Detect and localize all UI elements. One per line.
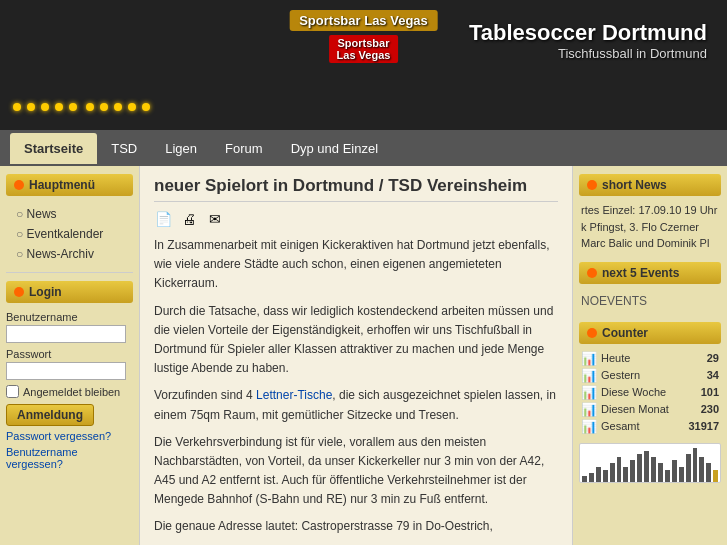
site-header: Sportsbar Las Vegas SportsbarLas Vegas T… [0,0,727,130]
sidebar-right: short News rtes Einzel: 17.09.10 19 Uhr … [572,166,727,545]
next-events-label: next 5 Events [602,266,679,280]
counter-section: Counter 📊 Heute 29 📊 Gestern 34 📊 Diese … [579,322,721,483]
article-para-4: Die genaue Adresse lautet: Castroperstra… [154,517,558,536]
username-input[interactable] [6,325,126,343]
chart-bar [672,460,677,482]
email-icon[interactable]: ✉ [206,210,224,228]
next-events-header: next 5 Events [579,262,721,284]
lettner-link[interactable]: Lettner-Tische [256,388,332,402]
login-dot [14,287,24,297]
article-para-0: In Zusammenarbeit mit einigen Kickerakti… [154,236,558,294]
heute-label: Heute [601,352,703,364]
site-title-area: Tablesoccer Dortmund Tischfussball in Do… [469,20,707,61]
login-header: Login [6,281,133,303]
password-input[interactable] [6,362,126,380]
chart-bar [617,457,622,482]
gestern-value: 34 [707,369,719,381]
short-news-label: short News [602,178,667,192]
hauptmenu-dot [14,180,24,190]
next-events-dot [587,268,597,278]
storefront-lights [10,100,717,120]
article-para-2: Vorzufinden sind 4 Lettner-Tische, die s… [154,386,558,424]
pdf-icon[interactable]: 📄 [154,210,172,228]
chart-bar [713,470,718,482]
forgot-username-link[interactable]: Benutzername vergessen? [6,446,133,470]
remember-row: Angemeldet bleiben [6,385,133,398]
nav-item-startseite[interactable]: Startseite [10,133,97,164]
chart-bar [637,454,642,482]
login-label: Login [29,285,62,299]
chart-bar [686,454,691,482]
gesamt-value: 31917 [688,420,719,432]
monat-label: Diesen Monat [601,403,697,415]
gesamt-icon: 📊 [581,419,597,434]
chart-bar [699,457,704,482]
short-news-line1: rtes Einzel: 17.09.10 19 Uhr [581,204,717,216]
counter-header: Counter [579,322,721,344]
woche-label: Diese Woche [601,386,697,398]
chart-bar [589,473,594,482]
chart-bar [623,467,628,482]
woche-icon: 📊 [581,385,597,400]
chart-bar [651,457,656,482]
site-subtitle: Tischfussball in Dortmund [469,46,707,61]
counter-row-woche: 📊 Diese Woche 101 [579,384,721,401]
counter-row-gesamt: 📊 Gesamt 31917 [579,418,721,435]
heute-value: 29 [707,352,719,364]
article-para-1: Durch die Tatsache, dass wir lediglich k… [154,302,558,379]
print-icon[interactable]: 🖨 [180,210,198,228]
chart-bar [658,463,663,482]
main-nav: Startseite TSD Ligen Forum Dyp und Einze… [0,130,727,166]
counter-row-gestern: 📊 Gestern 34 [579,367,721,384]
chart-bar [644,451,649,482]
username-label: Benutzername [6,311,133,323]
nav-item-forum[interactable]: Forum [211,133,277,164]
nav-item-dyp[interactable]: Dyp und Einzel [277,133,392,164]
sidebar-item-news[interactable]: News [6,204,133,224]
site-title: Tablesoccer Dortmund [469,20,707,46]
login-button[interactable]: Anmeldung [6,404,94,426]
monat-icon: 📊 [581,402,597,417]
forgot-password-link[interactable]: Passwort vergessen? [6,430,133,442]
chart-bar [596,467,601,482]
counter-label: Counter [602,326,648,340]
hauptmenu-header: Hauptmenü [6,174,133,196]
chart-bar [693,448,698,482]
chart-bar [582,476,587,482]
monat-value: 230 [701,403,719,415]
sidebar-item-eventkalender[interactable]: Eventkalender [6,224,133,244]
main-content: neuer Spielort in Dortmund / TSD Vereins… [140,166,572,545]
short-news-line2: k Pfingst, 3. Flo Czerner [581,221,699,233]
password-label: Passwort [6,348,133,360]
no-events-text: NOEVENTS [579,290,721,312]
counter-row-heute: 📊 Heute 29 [579,350,721,367]
counter-dot [587,328,597,338]
woche-value: 101 [701,386,719,398]
login-section: Login Benutzername Passwort Angemeldet b… [6,281,133,470]
chart-bar [603,470,608,482]
storefront-sign2: SportsbarLas Vegas [329,35,399,63]
article-actions: 📄 🖨 ✉ [154,210,558,228]
chart-bar [706,463,711,482]
gestern-icon: 📊 [581,368,597,383]
short-news-text: rtes Einzel: 17.09.10 19 Uhr k Pfingst, … [579,202,721,252]
sidebar-divider [6,272,133,273]
chart-bar [630,460,635,482]
gesamt-label: Gesamt [601,420,684,432]
remember-checkbox[interactable] [6,385,19,398]
hauptmenu-label: Hauptmenü [29,178,95,192]
remember-label: Angemeldet bleiben [23,386,120,398]
short-news-dot [587,180,597,190]
sidebar-left: Hauptmenü News Eventkalender News-Archiv… [0,166,140,545]
nav-item-tsd[interactable]: TSD [97,133,151,164]
main-layout: Hauptmenü News Eventkalender News-Archiv… [0,166,727,545]
nav-item-ligen[interactable]: Ligen [151,133,211,164]
sidebar-item-news-archiv[interactable]: News-Archiv [6,244,133,264]
short-news-header: short News [579,174,721,196]
article-title: neuer Spielort in Dortmund / TSD Vereins… [154,176,558,202]
article-body: In Zusammenarbeit mit einigen Kickerakti… [154,236,558,545]
storefront-sign1: Sportsbar Las Vegas [289,10,438,31]
counter-chart [579,443,721,483]
gestern-label: Gestern [601,369,703,381]
article-para-3: Die Verkehrsverbindung ist für viele, vo… [154,433,558,510]
